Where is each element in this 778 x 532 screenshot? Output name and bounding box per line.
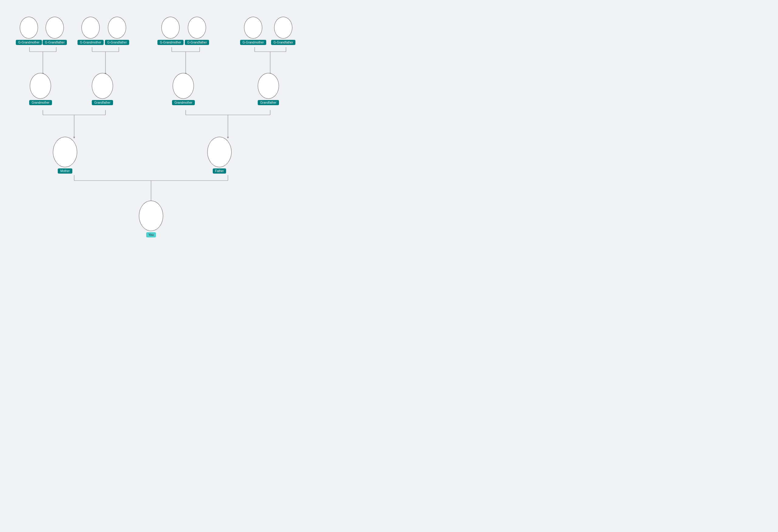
node-gg6[interactable]: G-Grandfather <box>185 17 209 45</box>
avatar-grandmother1 <box>30 73 51 99</box>
label-gg6: G-Grandfather <box>185 40 209 45</box>
label-grandmother2: Grandmother <box>172 100 195 105</box>
label-grandmother1: Grandmother <box>29 100 52 105</box>
label-gg2: G-Grandfather <box>43 40 67 45</box>
avatar-father <box>207 137 232 167</box>
node-gg4[interactable]: G-Grandfather <box>105 17 129 45</box>
avatar-gg4 <box>108 17 126 39</box>
node-mother[interactable]: Mother <box>53 137 77 173</box>
avatar-gg8 <box>274 17 292 39</box>
avatar-gg1 <box>20 17 38 39</box>
node-gg8[interactable]: G-Grandfather <box>271 17 295 45</box>
label-gg5: G-Grandmother <box>157 40 183 45</box>
node-gg5[interactable]: G-Grandmother <box>157 17 183 45</box>
label-mother: Mother <box>58 168 72 173</box>
label-grandfather1: Grandfather <box>92 100 113 105</box>
avatar-you <box>139 201 163 231</box>
avatar-gg5 <box>161 17 180 39</box>
node-grandfather1[interactable]: Grandfather <box>92 73 113 105</box>
avatar-mother <box>53 137 77 167</box>
label-you: You <box>146 232 156 237</box>
family-tree: G-Grandmother G-Grandfather G-Grandmothe… <box>0 0 389 266</box>
avatar-gg2 <box>46 17 64 39</box>
avatar-grandfather2 <box>258 73 279 99</box>
node-grandfather2[interactable]: Grandfather <box>258 73 279 105</box>
node-grandmother2[interactable]: Grandmother <box>172 73 195 105</box>
node-gg1[interactable]: G-Grandmother <box>16 17 42 45</box>
label-gg7: G-Grandmother <box>240 40 266 45</box>
avatar-gg7 <box>244 17 262 39</box>
label-gg8: G-Grandfather <box>271 40 295 45</box>
node-grandmother1[interactable]: Grandmother <box>29 73 52 105</box>
node-gg2[interactable]: G-Grandfather <box>43 17 67 45</box>
node-father[interactable]: Father <box>207 137 232 173</box>
avatar-grandmother2 <box>173 73 194 99</box>
label-gg1: G-Grandmother <box>16 40 42 45</box>
node-gg7[interactable]: G-Grandmother <box>240 17 266 45</box>
label-grandfather2: Grandfather <box>258 100 279 105</box>
label-gg4: G-Grandfather <box>105 40 129 45</box>
label-gg3: G-Grandmother <box>77 40 104 45</box>
node-you[interactable]: You <box>139 201 163 237</box>
avatar-gg3 <box>81 17 100 39</box>
avatar-gg6 <box>188 17 206 39</box>
label-father: Father <box>213 168 226 173</box>
avatar-grandfather1 <box>92 73 113 99</box>
node-gg3[interactable]: G-Grandmother <box>77 17 104 45</box>
